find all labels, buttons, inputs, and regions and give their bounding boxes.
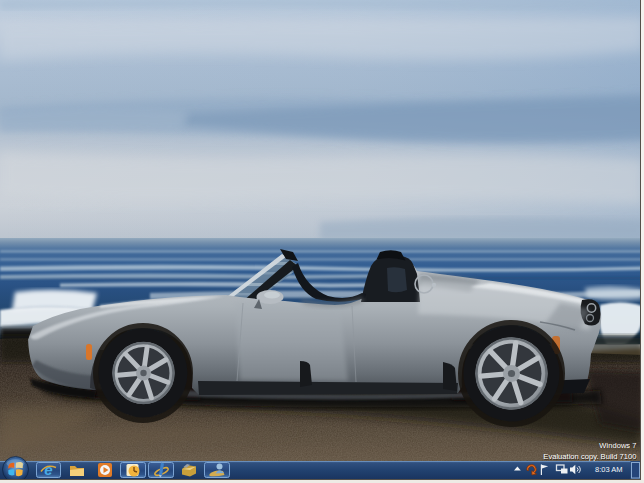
svg-text:e: e — [44, 461, 52, 478]
svg-text:8:03 AM: 8:03 AM — [595, 465, 623, 474]
svg-text:Evaluation copy. Build 7100: Evaluation copy. Build 7100 — [543, 452, 636, 461]
svg-text:Windows 7: Windows 7 — [599, 441, 636, 450]
